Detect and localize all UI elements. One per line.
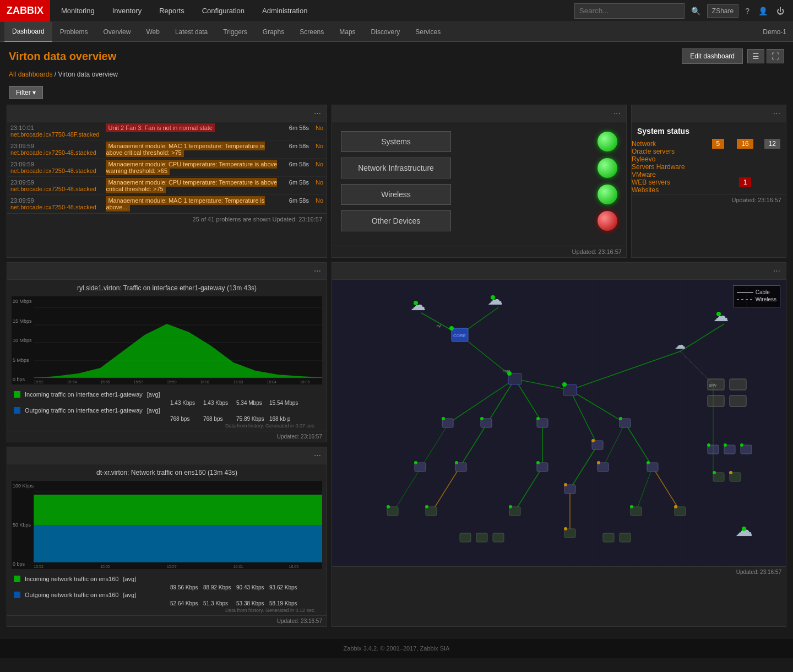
svg-point-79 <box>425 505 428 508</box>
search-input[interactable] <box>574 3 685 19</box>
table-row: VMware <box>632 171 786 178</box>
nav-administration[interactable]: Administration <box>253 0 316 22</box>
svg-point-85 <box>630 505 633 508</box>
chart2-menu[interactable]: ··· <box>314 451 321 460</box>
map-svg: ☁ ☁ ☁ ☁ CORE <box>332 280 786 566</box>
problem-time: 23:09:59net.brocade.icx7250-48.stacked <box>7 159 102 177</box>
filter-button[interactable]: Filter ▾ <box>9 86 43 99</box>
chart2-outgoing-box <box>14 592 20 598</box>
problem-host[interactable]: net.brocade.icx7250-48.stacked <box>10 149 96 156</box>
svg-point-83 <box>564 527 567 530</box>
svg-rect-92 <box>730 395 746 407</box>
status-item-name[interactable]: Oracle servers <box>632 148 704 155</box>
status-item-name[interactable]: VMware <box>632 171 704 178</box>
nav-monitoring[interactable]: Monitoring <box>52 0 104 22</box>
network-map-panel: ··· Cable Wireless <box>332 262 786 627</box>
status-item-name[interactable]: Websites <box>632 186 704 194</box>
subnav-web[interactable]: Web <box>138 22 167 42</box>
subnav-screens[interactable]: Screens <box>292 22 332 42</box>
chart1-menu[interactable]: ··· <box>314 266 321 276</box>
edit-dashboard-button[interactable]: Edit dashboard <box>682 48 743 64</box>
svg-text:15:57: 15:57 <box>134 380 144 384</box>
overview-panel-menu[interactable]: ··· <box>613 109 621 118</box>
user-icon[interactable]: 👤 <box>756 4 770 18</box>
chart1-data-note: Data from history. Generated in 0.07 sec… <box>14 423 320 429</box>
subnav-dashboard[interactable]: Dashboard <box>4 22 52 42</box>
problem-host[interactable]: net.brocade.icx7250-48.stacked <box>10 186 96 192</box>
svg-point-81 <box>509 505 512 508</box>
fullscreen-button[interactable]: ⛶ <box>767 49 784 63</box>
subnav-services[interactable]: Services <box>408 22 448 42</box>
status-num <box>704 155 786 163</box>
chart2-title: dt-xr.virton: Network traffic on ens160 … <box>7 464 327 481</box>
nav-reports[interactable]: Reports <box>150 0 193 22</box>
table-row: 23:09:59net.brocade.icx7250-48.stacked M… <box>7 177 327 195</box>
svg-point-87 <box>674 505 677 508</box>
status-num <box>704 186 786 194</box>
status-dot <box>598 132 617 151</box>
svg-point-43 <box>491 295 495 300</box>
nav-configuration[interactable]: Configuration <box>193 0 253 22</box>
status-dot <box>598 211 617 231</box>
zshare-btn[interactable]: ZShare <box>707 4 738 18</box>
problem-ack: No <box>312 177 327 195</box>
subnav-latest-data[interactable]: Latest data <box>167 22 215 42</box>
overview-item-label[interactable]: Other Devices <box>341 210 451 231</box>
chart2-footer: Updated: 23:16:57 <box>7 615 327 626</box>
list-view-button[interactable]: ☰ <box>747 49 764 63</box>
user-display: Demo-1 <box>763 28 793 36</box>
status-item-name[interactable]: Ryleevo <box>632 155 704 163</box>
subnav-triggers[interactable]: Triggers <box>215 22 255 42</box>
svg-text:16:01: 16:01 <box>200 380 210 384</box>
table-row: Oracle servers <box>632 148 786 155</box>
problems-table: 23:10:01net.brocade.icx7750-48F.stacked … <box>7 122 327 213</box>
map-panel-menu[interactable]: ··· <box>773 266 780 276</box>
outgoing-label: Outgoing traffic on interface ether1-gat… <box>25 407 143 414</box>
subnav-graphs[interactable]: Graphs <box>255 22 292 42</box>
chart2-data-note: Data from history. Generated in 0.12 sec… <box>14 608 320 613</box>
problem-host[interactable]: net.brocade.icx7750-48F.stacked <box>10 131 99 138</box>
problem-host[interactable]: net.brocade.icx7250-48.stacked <box>10 204 96 210</box>
svg-text:15:52: 15:52 <box>34 565 44 568</box>
help-icon[interactable]: ? <box>743 4 752 18</box>
problem-host[interactable]: net.brocade.icx7250-48.stacked <box>10 167 96 174</box>
subnav-overview[interactable]: Overview <box>95 22 138 42</box>
subnav-maps[interactable]: Maps <box>332 22 363 42</box>
status-item-name[interactable]: Network <box>632 140 704 148</box>
problems-panel-menu[interactable]: ··· <box>314 109 321 118</box>
status-item-name[interactable]: Servers Hardware <box>632 163 704 171</box>
svg-rect-16 <box>350 280 768 566</box>
subnav-discovery[interactable]: Discovery <box>363 22 408 42</box>
problem-ack: No <box>312 140 327 159</box>
svg-point-57 <box>480 417 484 420</box>
status-num <box>704 148 786 155</box>
overview-item-label[interactable]: Systems <box>341 131 451 152</box>
status-panel-menu[interactable]: ··· <box>773 109 780 118</box>
svg-text:16:05: 16:05 <box>300 380 310 384</box>
svg-point-59 <box>536 417 540 420</box>
problem-message: Management module: CPU temperature: Temp… <box>102 159 285 177</box>
status-table: Network5 16 12Oracle serversRyleevoServe… <box>632 140 786 194</box>
list-item: Systems <box>341 131 617 152</box>
chart2-header: ··· <box>7 447 327 464</box>
search-icon[interactable]: 🔍 <box>689 4 703 18</box>
power-icon[interactable]: ⏻ <box>774 4 786 18</box>
system-status-title: System status <box>632 122 786 140</box>
breadcrumb-current: Virton data overview <box>58 71 118 78</box>
network-map[interactable]: Cable Wireless <box>332 280 786 566</box>
filter-bar: Filter ▾ <box>0 83 793 102</box>
status-dot <box>598 185 617 204</box>
svg-point-75 <box>564 483 567 486</box>
svg-marker-6 <box>34 377 322 378</box>
overview-item-label[interactable]: Network Infrastructure <box>341 158 451 178</box>
svg-text:15:55: 15:55 <box>100 380 110 384</box>
status-item-name[interactable]: WEB servers <box>632 178 704 186</box>
nav-inventory[interactable]: Inventory <box>104 0 150 22</box>
subnav-problems[interactable]: Problems <box>52 22 96 42</box>
overview-item-label[interactable]: Wireless <box>341 184 451 205</box>
svg-point-45 <box>716 312 721 316</box>
page-header: Virton data overview Edit dashboard ☰ ⛶ <box>0 42 793 71</box>
logo: ZABBIX <box>0 0 50 22</box>
breadcrumb-all-dashboards[interactable]: All dashboards <box>9 71 52 78</box>
problem-duration: 6m 58s <box>286 159 312 177</box>
